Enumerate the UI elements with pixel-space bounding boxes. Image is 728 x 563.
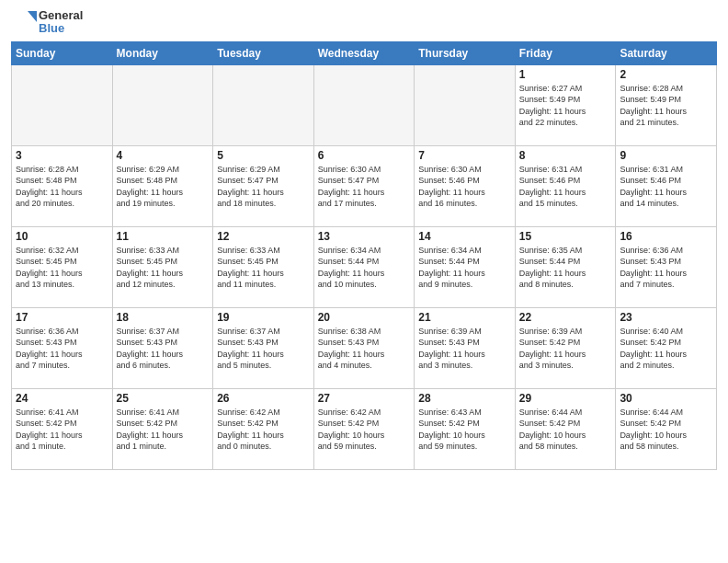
day-number: 10 xyxy=(16,230,108,243)
day-number: 9 xyxy=(620,149,712,162)
day-info: Sunrise: 6:28 AM Sunset: 5:49 PM Dayligh… xyxy=(620,83,712,129)
day-number: 16 xyxy=(620,230,712,243)
day-cell xyxy=(213,64,314,145)
day-number: 7 xyxy=(418,149,511,162)
day-info: Sunrise: 6:30 AM Sunset: 5:47 PM Dayligh… xyxy=(318,164,411,210)
day-number: 17 xyxy=(16,311,108,324)
day-number: 27 xyxy=(318,392,411,405)
day-number: 2 xyxy=(620,68,712,81)
calendar-table: SundayMondayTuesdayWednesdayThursdayFrid… xyxy=(11,41,717,470)
day-cell: 12Sunrise: 6:33 AM Sunset: 5:45 PM Dayli… xyxy=(213,226,314,307)
calendar-page: General Blue SundayMondayTuesdayWednesda… xyxy=(0,0,728,563)
day-info: Sunrise: 6:29 AM Sunset: 5:48 PM Dayligh… xyxy=(117,164,210,210)
day-cell: 13Sunrise: 6:34 AM Sunset: 5:44 PM Dayli… xyxy=(313,226,415,307)
day-info: Sunrise: 6:28 AM Sunset: 5:48 PM Dayligh… xyxy=(16,164,108,210)
day-number: 14 xyxy=(418,230,511,243)
day-info: Sunrise: 6:36 AM Sunset: 5:43 PM Dayligh… xyxy=(16,326,108,372)
day-cell: 25Sunrise: 6:41 AM Sunset: 5:42 PM Dayli… xyxy=(112,388,213,469)
day-number: 29 xyxy=(519,392,612,405)
page-header: General Blue xyxy=(11,9,717,36)
day-cell: 29Sunrise: 6:44 AM Sunset: 5:42 PM Dayli… xyxy=(515,388,616,469)
day-info: Sunrise: 6:38 AM Sunset: 5:43 PM Dayligh… xyxy=(318,326,411,372)
day-cell: 16Sunrise: 6:36 AM Sunset: 5:43 PM Dayli… xyxy=(616,226,717,307)
day-info: Sunrise: 6:33 AM Sunset: 5:45 PM Dayligh… xyxy=(217,245,310,291)
day-number: 18 xyxy=(117,311,210,324)
day-cell: 21Sunrise: 6:39 AM Sunset: 5:43 PM Dayli… xyxy=(415,307,516,388)
day-number: 6 xyxy=(318,149,411,162)
day-number: 20 xyxy=(318,311,411,324)
day-number: 28 xyxy=(418,392,511,405)
day-info: Sunrise: 6:30 AM Sunset: 5:46 PM Dayligh… xyxy=(418,164,511,210)
weekday-header-friday: Friday xyxy=(515,41,616,64)
day-info: Sunrise: 6:31 AM Sunset: 5:46 PM Dayligh… xyxy=(519,164,612,210)
day-number: 5 xyxy=(217,149,310,162)
day-cell: 17Sunrise: 6:36 AM Sunset: 5:43 PM Dayli… xyxy=(12,307,113,388)
day-cell: 26Sunrise: 6:42 AM Sunset: 5:42 PM Dayli… xyxy=(213,388,314,469)
weekday-header-row: SundayMondayTuesdayWednesdayThursdayFrid… xyxy=(12,41,717,64)
day-cell: 9Sunrise: 6:31 AM Sunset: 5:46 PM Daylig… xyxy=(616,145,717,226)
day-cell: 1Sunrise: 6:27 AM Sunset: 5:49 PM Daylig… xyxy=(515,64,616,145)
day-cell: 19Sunrise: 6:37 AM Sunset: 5:43 PM Dayli… xyxy=(213,307,314,388)
day-cell: 30Sunrise: 6:44 AM Sunset: 5:42 PM Dayli… xyxy=(616,388,717,469)
day-cell: 20Sunrise: 6:38 AM Sunset: 5:43 PM Dayli… xyxy=(313,307,415,388)
weekday-header-saturday: Saturday xyxy=(616,41,717,64)
day-cell: 7Sunrise: 6:30 AM Sunset: 5:46 PM Daylig… xyxy=(415,145,516,226)
day-cell xyxy=(112,64,213,145)
day-number: 4 xyxy=(117,149,210,162)
day-info: Sunrise: 6:33 AM Sunset: 5:45 PM Dayligh… xyxy=(117,245,210,291)
day-number: 3 xyxy=(16,149,108,162)
week-row-2: 3Sunrise: 6:28 AM Sunset: 5:48 PM Daylig… xyxy=(12,145,717,226)
day-cell: 22Sunrise: 6:39 AM Sunset: 5:42 PM Dayli… xyxy=(515,307,616,388)
day-info: Sunrise: 6:43 AM Sunset: 5:42 PM Dayligh… xyxy=(418,407,511,453)
day-cell xyxy=(313,64,415,145)
weekday-header-tuesday: Tuesday xyxy=(213,41,314,64)
day-cell: 23Sunrise: 6:40 AM Sunset: 5:42 PM Dayli… xyxy=(616,307,717,388)
weekday-header-sunday: Sunday xyxy=(12,41,113,64)
day-number: 25 xyxy=(117,392,210,405)
day-info: Sunrise: 6:35 AM Sunset: 5:44 PM Dayligh… xyxy=(519,245,612,291)
day-number: 13 xyxy=(318,230,411,243)
logo-container: General Blue xyxy=(11,9,83,36)
day-number: 30 xyxy=(620,392,712,405)
day-cell: 18Sunrise: 6:37 AM Sunset: 5:43 PM Dayli… xyxy=(112,307,213,388)
logo: General Blue xyxy=(11,9,83,36)
day-info: Sunrise: 6:42 AM Sunset: 5:42 PM Dayligh… xyxy=(318,407,411,453)
day-cell: 2Sunrise: 6:28 AM Sunset: 5:49 PM Daylig… xyxy=(616,64,717,145)
day-number: 19 xyxy=(217,311,310,324)
day-info: Sunrise: 6:37 AM Sunset: 5:43 PM Dayligh… xyxy=(217,326,310,372)
day-cell: 10Sunrise: 6:32 AM Sunset: 5:45 PM Dayli… xyxy=(12,226,113,307)
logo-general: General xyxy=(39,9,83,22)
day-cell: 28Sunrise: 6:43 AM Sunset: 5:42 PM Dayli… xyxy=(415,388,516,469)
day-cell xyxy=(415,64,516,145)
logo-blue: Blue xyxy=(39,22,83,35)
logo-text: General Blue xyxy=(39,9,83,36)
day-number: 11 xyxy=(117,230,210,243)
weekday-header-thursday: Thursday xyxy=(415,41,516,64)
day-info: Sunrise: 6:41 AM Sunset: 5:42 PM Dayligh… xyxy=(16,407,108,453)
day-info: Sunrise: 6:40 AM Sunset: 5:42 PM Dayligh… xyxy=(620,326,712,372)
week-row-5: 24Sunrise: 6:41 AM Sunset: 5:42 PM Dayli… xyxy=(12,388,717,469)
day-info: Sunrise: 6:29 AM Sunset: 5:47 PM Dayligh… xyxy=(217,164,310,210)
day-number: 1 xyxy=(519,68,612,81)
day-info: Sunrise: 6:31 AM Sunset: 5:46 PM Dayligh… xyxy=(620,164,712,210)
day-info: Sunrise: 6:42 AM Sunset: 5:42 PM Dayligh… xyxy=(217,407,310,453)
day-cell: 24Sunrise: 6:41 AM Sunset: 5:42 PM Dayli… xyxy=(12,388,113,469)
day-cell: 8Sunrise: 6:31 AM Sunset: 5:46 PM Daylig… xyxy=(515,145,616,226)
day-number: 22 xyxy=(519,311,612,324)
day-number: 26 xyxy=(217,392,310,405)
day-cell: 4Sunrise: 6:29 AM Sunset: 5:48 PM Daylig… xyxy=(112,145,213,226)
day-number: 21 xyxy=(418,311,511,324)
day-info: Sunrise: 6:39 AM Sunset: 5:42 PM Dayligh… xyxy=(519,326,612,372)
day-cell: 6Sunrise: 6:30 AM Sunset: 5:47 PM Daylig… xyxy=(313,145,415,226)
day-number: 12 xyxy=(217,230,310,243)
weekday-header-monday: Monday xyxy=(112,41,213,64)
day-info: Sunrise: 6:34 AM Sunset: 5:44 PM Dayligh… xyxy=(418,245,511,291)
day-cell: 14Sunrise: 6:34 AM Sunset: 5:44 PM Dayli… xyxy=(415,226,516,307)
day-number: 8 xyxy=(519,149,612,162)
week-row-4: 17Sunrise: 6:36 AM Sunset: 5:43 PM Dayli… xyxy=(12,307,717,388)
day-cell: 27Sunrise: 6:42 AM Sunset: 5:42 PM Dayli… xyxy=(313,388,415,469)
week-row-1: 1Sunrise: 6:27 AM Sunset: 5:49 PM Daylig… xyxy=(12,64,717,145)
day-info: Sunrise: 6:39 AM Sunset: 5:43 PM Dayligh… xyxy=(418,326,511,372)
day-info: Sunrise: 6:41 AM Sunset: 5:42 PM Dayligh… xyxy=(117,407,210,453)
day-number: 23 xyxy=(620,311,712,324)
